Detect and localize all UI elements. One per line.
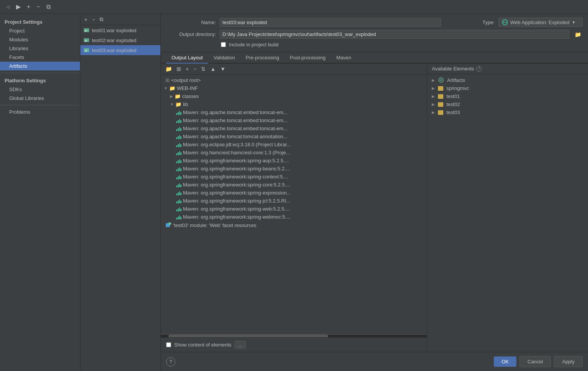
content-area: 📁 ⊞ + − ⇅ ▲ ▼ ⊞ <output root> (161, 64, 588, 352)
tree-item-maven-5[interactable]: Maven: org.eclipse.jdt:ecj:3.18.0 (Proje… (161, 141, 427, 149)
tree-up-btn[interactable]: ▲ (209, 65, 217, 73)
platform-settings-title: Platform Settings (0, 75, 80, 85)
maven-label-3: Maven: org.apache.tomcat.embed:tomcat-em… (183, 126, 287, 131)
available-help-icon[interactable]: ? (476, 66, 482, 72)
tree-sort-btn[interactable]: ⇅ (199, 65, 207, 73)
back-button[interactable]: ◀ (4, 2, 11, 11)
tab-maven[interactable]: Maven (331, 52, 356, 64)
artifact-item-test03[interactable]: W test03:war exploded (80, 45, 160, 55)
tree-item-maven-6[interactable]: Maven: org.hamcrest:hamcrest-core:1.3 (P… (161, 149, 427, 157)
lib-arrow: ▼ (170, 102, 174, 106)
output-tree-content: ⊞ <output root> ▼ 📁 WEB-INF ▶ (161, 75, 427, 334)
artifact-item-test01[interactable]: W test01:war exploded (80, 25, 160, 35)
avail-item-springmvc[interactable]: ▶ springmvc (427, 84, 588, 92)
tree-item-webinf[interactable]: ▼ 📁 WEB-INF (161, 84, 427, 92)
avail-item-test01[interactable]: ▶ test01 (427, 92, 588, 100)
tree-item-maven-10[interactable]: Maven: org.springframework:spring-core:5… (161, 181, 427, 189)
maven-icon-10 (176, 183, 181, 187)
browse-dir-button[interactable]: 📁 (573, 31, 583, 38)
tree-layout-btn[interactable]: ⊞ (175, 65, 183, 73)
apply-button[interactable]: Apply (554, 356, 583, 367)
tree-item-maven-2[interactable]: Maven: org.apache.tomcat.embed:tomcat-em… (161, 116, 427, 124)
sidebar-item-modules[interactable]: Modules (0, 35, 80, 44)
sidebar-divider-2 (0, 105, 80, 105)
tree-down-btn[interactable]: ▼ (219, 65, 227, 73)
sidebar-item-problems[interactable]: Problems (0, 108, 80, 116)
tree-item-output-root[interactable]: ⊞ <output root> (161, 76, 427, 84)
avail-label-test02: test02 (446, 101, 460, 107)
show-content-label: Show content of elements (174, 342, 232, 348)
tree-add-btn[interactable]: + (184, 65, 190, 73)
svg-text:W: W (85, 39, 87, 42)
tab-validation[interactable]: Validation (208, 52, 240, 64)
available-header: Available Elements ? (427, 64, 588, 74)
output-dir-input[interactable] (220, 30, 569, 39)
type-dropdown[interactable]: Web Application: Exploded ▼ (498, 18, 583, 27)
tree-item-classes[interactable]: ▶ 📁 classes (161, 92, 427, 100)
ok-button[interactable]: OK (494, 356, 516, 367)
forward-button[interactable]: ▶ (15, 2, 22, 11)
tree-item-maven-11[interactable]: Maven: org.springframework:spring-expres… (161, 189, 427, 197)
sidebar-item-artifacts[interactable]: Artifacts (0, 62, 80, 70)
tree-item-maven-1[interactable]: Maven: org.apache.tomcat.embed:tomcat-em… (161, 108, 427, 116)
tree-remove-btn[interactable]: − (192, 65, 198, 73)
type-label: Type: (445, 20, 495, 25)
tab-post-processing[interactable]: Post-processing (284, 52, 331, 64)
remove-button[interactable]: − (90, 16, 96, 23)
svg-text:W: W (85, 29, 87, 32)
avail-item-test03[interactable]: ▶ test03 (427, 108, 588, 116)
add-button[interactable]: + (83, 16, 89, 23)
add-artifact-button[interactable]: + (25, 3, 32, 11)
avail-item-test02[interactable]: ▶ test02 (427, 100, 588, 108)
maven-icon-9 (176, 175, 181, 179)
artifacts-arrow: ▶ (432, 78, 435, 82)
tree-item-maven-14[interactable]: Maven: org.springframework:spring-webmvc… (161, 213, 427, 221)
artifact-item-test02[interactable]: W test02:war exploded (80, 35, 160, 45)
copy-button[interactable]: ⧉ (98, 15, 105, 23)
bottom-bar: ? OK Cancel Apply (161, 352, 588, 371)
output-dir-row: Output directory: 📁 (166, 30, 583, 39)
maven-icon-14 (176, 215, 181, 219)
show-content-checkbox[interactable] (166, 342, 171, 347)
cancel-button[interactable]: Cancel (519, 356, 551, 367)
tree-item-lib[interactable]: ▼ 📁 lib (161, 100, 427, 108)
sidebar-divider (0, 73, 80, 73)
output-tree-scrollbar[interactable] (161, 334, 427, 337)
tree-item-maven-12[interactable]: Maven: org.springframework:spring-jcl:5.… (161, 197, 427, 205)
tree-item-maven-8[interactable]: Maven: org.springframework:spring-beans:… (161, 165, 427, 173)
tree-item-maven-7[interactable]: Maven: org.springframework:spring-aop:5.… (161, 157, 427, 165)
right-panel: Name: Type: Web Application: Exploded ▼ (161, 14, 588, 371)
classes-arrow: ▶ (170, 94, 173, 98)
sidebar-item-libraries[interactable]: Libraries (0, 44, 80, 53)
sidebar-item-facets[interactable]: Facets (0, 53, 80, 62)
help-button[interactable]: ? (166, 357, 175, 366)
tree-item-maven-9[interactable]: Maven: org.springframework:spring-contex… (161, 173, 427, 181)
tree-folder-btn[interactable]: 📁 (164, 65, 173, 73)
dots-button[interactable]: ... (235, 341, 246, 349)
name-input[interactable] (220, 18, 441, 27)
tree-item-maven-4[interactable]: Maven: org.apache.tomcat:tomcat-annotati… (161, 132, 427, 141)
sidebar-item-global-libraries[interactable]: Global Libraries (0, 94, 80, 103)
output-tree-toolbar: 📁 ⊞ + − ⇅ ▲ ▼ (161, 64, 427, 75)
sidebar-item-project[interactable]: Project (0, 26, 80, 35)
tree-item-module-resources[interactable]: 'test03' module: 'Web' facet resources (161, 221, 427, 229)
maven-label-12: Maven: org.springframework:spring-jcl:5.… (183, 198, 290, 204)
output-tree: 📁 ⊞ + − ⇅ ▲ ▼ ⊞ <output root> (161, 64, 427, 352)
tab-output-layout[interactable]: Output Layout (166, 52, 208, 64)
svg-point-12 (440, 79, 442, 81)
main-content: Project Settings Project Modules Librari… (0, 14, 588, 371)
remove-artifact-button[interactable]: − (35, 3, 41, 11)
tree-item-maven-3[interactable]: Maven: org.apache.tomcat.embed:tomcat-em… (161, 124, 427, 132)
tab-pre-processing[interactable]: Pre-processing (240, 52, 284, 64)
maven-label-9: Maven: org.springframework:spring-contex… (183, 174, 288, 180)
type-dropdown-arrow: ▼ (572, 20, 575, 25)
output-root-label: <output root> (171, 77, 201, 83)
avail-item-artifacts[interactable]: ▶ Artifacts (427, 76, 588, 84)
sidebar-item-sdks[interactable]: SDKs (0, 85, 80, 94)
maven-icon-1 (176, 110, 181, 115)
copy-artifact-button[interactable]: ⧉ (45, 3, 52, 11)
include-project-build-checkbox[interactable] (221, 42, 226, 47)
tree-item-maven-13[interactable]: Maven: org.springframework:spring-web:5.… (161, 205, 427, 213)
name-row: Name: Type: Web Application: Exploded ▼ (166, 18, 583, 27)
avail-label-test01: test01 (446, 93, 460, 99)
